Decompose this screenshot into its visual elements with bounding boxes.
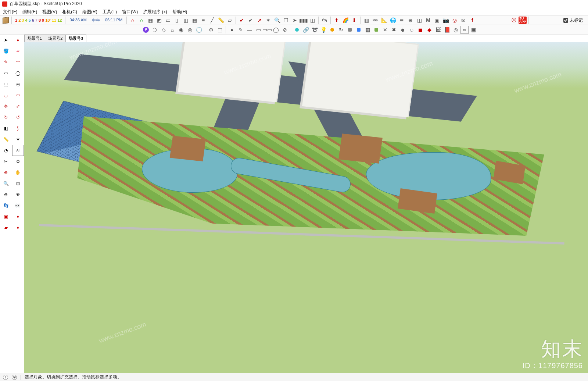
pencil-tool[interactable]: ✎ [0, 57, 12, 68]
menu-camera[interactable]: 相机(C) [62, 9, 77, 15]
su-app-icon[interactable]: SUAPP [519, 16, 527, 24]
check-grey-icon[interactable]: ✔ [247, 16, 255, 24]
columns-icon[interactable]: ▥ [182, 16, 190, 24]
cube-btn-icon[interactable]: ▣ [469, 26, 477, 34]
menu-draw[interactable]: 绘图(R) [82, 9, 97, 15]
compass-icon[interactable]: ⊕ [406, 16, 415, 24]
ruler-icon[interactable]: 📏 [217, 16, 225, 24]
num-12[interactable]: 12 [57, 18, 62, 22]
targetx-tool[interactable]: ⊕ [0, 167, 12, 178]
arc3-tool[interactable]: ⟆ [12, 123, 24, 134]
cyan-sq-icon[interactable] [293, 26, 301, 34]
globe-icon[interactable]: 🌐 [389, 16, 397, 24]
camera-icon[interactable]: 📷 [442, 16, 450, 24]
paint-tool[interactable]: 🪣 [0, 46, 12, 57]
rotate2-tool[interactable]: ↺ [12, 112, 24, 123]
edge-icon[interactable]: ╱ [208, 16, 216, 24]
grid4-icon[interactable]: ▦ [190, 16, 198, 24]
red-gem2-tool[interactable]: ♦ [12, 211, 24, 222]
red-flag-tool[interactable]: ▰ [0, 222, 12, 233]
dot-icon[interactable]: ● [228, 26, 236, 34]
window-icon[interactable]: ◫ [415, 16, 423, 24]
ruler-icon-2[interactable]: 📐 [380, 16, 388, 24]
look-around-tool[interactable]: 👀 [12, 200, 24, 211]
num-2[interactable]: 2 [18, 18, 21, 22]
walk-tool[interactable]: 👣 [0, 200, 12, 211]
refresh-icon[interactable]: ↻ [337, 26, 345, 34]
upload-red-icon[interactable]: ⬆ [333, 16, 341, 24]
view-top-icon[interactable]: ▭ [164, 16, 172, 24]
copy-icon[interactable]: ❐ [282, 16, 290, 24]
cursor-icon[interactable]: ➤ [291, 16, 299, 24]
download-icon[interactable]: ⬇ [350, 16, 358, 24]
clock-icon[interactable]: 🕒 [195, 26, 203, 34]
noentry-icon[interactable]: ⊘ [281, 26, 289, 34]
tag-checkbox[interactable] [563, 18, 568, 23]
brush-icon[interactable]: ✎ [237, 26, 245, 34]
menu-edit[interactable]: 编辑(E) [22, 9, 37, 15]
sphere-icon[interactable]: ◯ [272, 26, 280, 34]
rect-tool[interactable]: ▭ [0, 68, 12, 79]
rects-icon[interactable]: ▭▭ [263, 26, 271, 34]
magnifier-icon[interactable]: 🔍 [273, 16, 281, 24]
rainbow-icon[interactable]: 🌈 [341, 16, 349, 24]
freehand-tool[interactable]: 〰 [12, 57, 24, 68]
red-cube-icon[interactable]: ◼ [416, 26, 424, 34]
menu-window[interactable]: 窗口(W) [122, 9, 138, 15]
octa-icon[interactable]: ◇ [159, 26, 168, 34]
help-icon[interactable]: ? [3, 375, 8, 380]
scene-tab-3[interactable]: 场景号3 [65, 35, 86, 42]
move-tool[interactable]: ✥ [0, 101, 12, 112]
link-icon[interactable]: 🔗 [302, 26, 310, 34]
house-red-icon[interactable]: ⌂ [129, 16, 137, 24]
ruby-icon[interactable]: ♦ [12, 35, 24, 46]
shadow-time[interactable]: 04:36 AM 中午 06:11 PM [67, 18, 125, 23]
circle-tool[interactable]: ◯ [12, 68, 24, 79]
protractor-tool[interactable]: ◔ [0, 145, 12, 156]
num-6[interactable]: 6 [32, 18, 34, 22]
arc-tool[interactable]: ◡ [0, 90, 12, 101]
scale-tool[interactable]: ⤢ [12, 101, 24, 112]
scene-tab-1[interactable]: 场景号1 [24, 35, 45, 42]
bag-icon[interactable]: 🛍 [320, 16, 329, 24]
book-icon[interactable]: 📕 [443, 26, 451, 34]
red-diamond-icon[interactable]: ◆ [425, 26, 433, 34]
num-5[interactable]: 5 [29, 18, 31, 22]
arrow-red-icon[interactable]: ↗ [255, 16, 263, 24]
tag-untagged[interactable]: 未标记 [563, 17, 587, 24]
select-tool[interactable]: ➤ [0, 35, 12, 46]
gear-icon[interactable]: ⚙ [207, 26, 215, 34]
picture-icon[interactable]: 🖼 [434, 26, 442, 34]
green-sq-icon[interactable] [372, 26, 380, 34]
house-icon[interactable]: ⌂ [168, 26, 176, 34]
red-gem3-tool[interactable]: ♦ [12, 222, 24, 233]
num-4[interactable]: 4 [25, 18, 27, 22]
leaf-icon[interactable]: ✿ [12, 156, 24, 167]
scene-tab-2[interactable]: 场景号2 [45, 35, 66, 42]
bulb-icon[interactable]: 💡 [319, 26, 327, 34]
orbit-tool[interactable]: ⊚ [0, 189, 12, 200]
line-icon[interactable]: ― [245, 26, 254, 34]
head1-icon[interactable]: ☻ [399, 26, 407, 34]
grey-sq-icon[interactable] [346, 26, 354, 34]
hand-tool[interactable]: ✋ [12, 167, 24, 178]
lens2-icon[interactable]: ◎ [186, 26, 194, 34]
rect-icon[interactable]: ▭ [254, 26, 262, 34]
num-8[interactable]: 8 [39, 18, 41, 22]
num-9[interactable]: 9 [42, 18, 44, 22]
num-7[interactable]: 7 [35, 18, 37, 22]
cube-front-icon[interactable]: ▦ [146, 16, 154, 24]
target-icon[interactable]: ◎ [451, 16, 459, 24]
house-green-icon[interactable]: ⌂ [137, 16, 146, 24]
blue-sq-icon[interactable] [355, 26, 363, 34]
tape-tool[interactable]: 📏 [0, 134, 12, 145]
num-10[interactable]: 10' [45, 18, 51, 22]
check-red-icon[interactable]: ✔ [238, 16, 246, 24]
head2-icon[interactable]: ☺ [408, 26, 416, 34]
f-icon[interactable]: f [468, 16, 476, 24]
zoom-window-tool[interactable]: ⊡ [12, 178, 24, 189]
lens-icon[interactable]: ◉ [177, 26, 185, 34]
ai-tool[interactable]: AI [12, 145, 24, 156]
viewport-3d[interactable]: www.znzmo.com www.znzmo.com www.znzmo.co… [24, 42, 588, 373]
followme-tool[interactable]: ◧ [0, 123, 12, 134]
